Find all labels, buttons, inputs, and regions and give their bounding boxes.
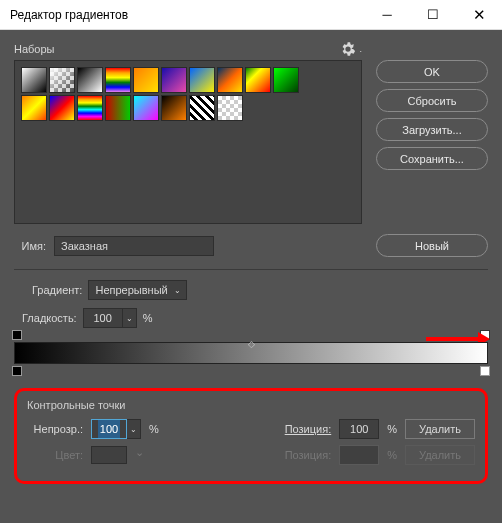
preset-swatch[interactable] [273,67,299,93]
preset-swatch[interactable] [189,67,215,93]
position-unit-2: % [387,449,397,461]
control-points-panel: Контрольные точки Непрозр.: 100 ⌄ % Пози… [14,388,488,484]
preset-swatch[interactable] [77,95,103,121]
smoothness-unit: % [143,312,153,324]
smoothness-label: Гладкость: [22,312,77,324]
dialog-body: Наборы . [0,30,502,498]
color-well [91,446,127,464]
maximize-button[interactable]: ☐ [410,0,456,30]
preset-swatch[interactable] [105,67,131,93]
chevron-down-icon[interactable]: ⌄ [123,308,137,328]
gradient-editor[interactable]: ◇ [14,336,488,370]
gradient-bar[interactable]: ◇ [14,342,488,364]
new-button[interactable]: Новый [376,234,488,257]
preset-swatch[interactable] [49,95,75,121]
preset-swatch[interactable] [49,67,75,93]
position-input-2 [339,445,379,465]
position-label-2: Позиция: [285,449,332,461]
gradient-type-select[interactable]: Непрерывный ⌄ [88,280,186,300]
preset-swatch[interactable] [133,95,159,121]
gear-icon[interactable] [341,42,355,56]
preset-swatch[interactable] [105,95,131,121]
preset-swatch[interactable] [77,67,103,93]
name-label: Имя: [14,240,46,252]
opacity-stop-left[interactable] [12,330,22,340]
midpoint-icon[interactable]: ◇ [248,339,255,349]
titlebar: Редактор градиентов ─ ☐ ✕ [0,0,502,30]
preset-swatch[interactable] [21,67,47,93]
name-input[interactable] [54,236,214,256]
preset-swatch[interactable] [161,95,187,121]
save-button[interactable]: Сохранить... [376,147,488,170]
position-label: Позиция: [285,423,332,435]
color-label: Цвет: [27,449,83,461]
smoothness-input[interactable] [83,308,123,328]
chevron-down-icon: ⌄ [135,446,144,464]
close-button[interactable]: ✕ [456,0,502,30]
presets-grid[interactable] [14,60,362,224]
gradient-type-value: Непрерывный [95,284,167,296]
divider [14,269,488,270]
preset-swatch[interactable] [189,95,215,121]
preset-swatch[interactable] [133,67,159,93]
load-button[interactable]: Загрузить... [376,118,488,141]
preset-swatch[interactable] [21,95,47,121]
smoothness-spinner[interactable]: ⌄ [83,308,137,328]
gradient-type-label: Градиент: [32,284,82,296]
preset-swatch[interactable] [245,67,271,93]
presets-panel: Наборы . [14,42,362,224]
delete-color-button: Удалить [405,445,475,465]
position-unit: % [387,423,397,435]
preset-swatch[interactable] [161,67,187,93]
opacity-spinner[interactable]: 100 ⌄ [91,419,141,439]
opacity-unit: % [149,423,159,435]
opacity-input[interactable]: 100 [91,419,127,439]
ok-button[interactable]: OK [376,60,488,83]
chevron-right-icon: . [359,44,362,54]
chevron-down-icon[interactable]: ⌄ [127,419,141,439]
position-input[interactable] [339,419,379,439]
delete-opacity-button[interactable]: Удалить [405,419,475,439]
preset-swatch[interactable] [217,95,243,121]
reset-button[interactable]: Сбросить [376,89,488,112]
color-stop-left[interactable] [12,366,22,376]
opacity-label: Непрозр.: [27,423,83,435]
control-points-title: Контрольные точки [27,399,475,411]
preset-swatch[interactable] [217,67,243,93]
window-title: Редактор градиентов [10,8,364,22]
presets-label: Наборы [14,43,341,55]
color-stop-right[interactable] [480,366,490,376]
side-buttons: OK Сбросить Загрузить... Сохранить... [376,42,488,224]
minimize-button[interactable]: ─ [364,0,410,30]
chevron-down-icon: ⌄ [174,286,181,295]
